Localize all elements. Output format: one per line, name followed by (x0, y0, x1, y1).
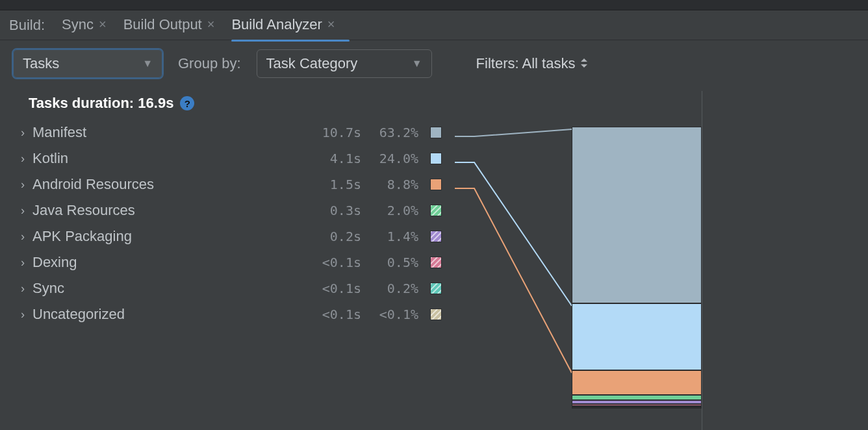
color-swatch (430, 153, 442, 164)
category-name: APK Packaging (32, 228, 305, 245)
tab-sync[interactable]: Sync × (62, 16, 107, 34)
category-percent: 0.5% (363, 255, 418, 270)
category-name: Sync (32, 280, 305, 297)
stack-segment (572, 127, 702, 303)
category-time: 1.5s (305, 177, 361, 192)
category-percent: <0.1% (363, 307, 418, 322)
sort-icon (580, 58, 588, 70)
help-icon[interactable]: ? (180, 96, 194, 110)
chevron-right-icon[interactable]: › (13, 126, 32, 140)
tasks-duration-header: Tasks duration: 16.9s ? (13, 91, 702, 120)
category-time: 0.2s (305, 229, 361, 244)
tasks-duration-label: Tasks duration: 16.9s (29, 95, 173, 112)
category-percent: 1.4% (363, 229, 418, 244)
color-swatch (430, 283, 442, 294)
filters-dropdown[interactable]: Filters: All tasks (476, 55, 589, 72)
category-name: Java Resources (32, 202, 305, 219)
close-icon[interactable]: × (99, 17, 107, 32)
category-time: <0.1s (305, 307, 361, 322)
dropdown-label: Tasks (23, 55, 59, 72)
color-swatch (430, 257, 442, 268)
category-name: Dexing (32, 254, 305, 271)
tab-bar: Build: Sync × Build Output × Build Analy… (0, 10, 868, 40)
color-swatch (430, 179, 442, 190)
category-percent: 2.0% (363, 203, 418, 218)
tab-build-analyzer[interactable]: Build Analyzer × (231, 16, 335, 34)
content: Tasks duration: 16.9s ? ›Manifest10.7s63… (0, 84, 868, 430)
chevron-right-icon[interactable]: › (13, 204, 32, 218)
category-name: Uncategorized (32, 306, 305, 323)
category-time: 4.1s (305, 151, 361, 166)
category-time: <0.1s (305, 281, 361, 296)
left-panel: Tasks duration: 16.9s ? ›Manifest10.7s63… (0, 91, 702, 430)
tab-label: Build Output (123, 16, 202, 33)
chevron-right-icon[interactable]: › (13, 308, 32, 322)
category-name: Android Resources (32, 176, 305, 193)
close-icon[interactable]: × (327, 17, 335, 32)
build-label: Build: (9, 17, 45, 34)
top-strip (0, 0, 868, 10)
chevron-down-icon: ▼ (412, 58, 422, 70)
chevron-right-icon[interactable]: › (13, 282, 32, 296)
category-name: Kotlin (32, 150, 305, 167)
active-tab-underline (231, 40, 349, 42)
toolbar: Tasks ▼ Group by: Task Category ▼ Filter… (0, 40, 868, 84)
category-time: 10.7s (305, 125, 361, 140)
stack-segment (572, 303, 702, 370)
stack-segment (572, 407, 702, 409)
group-by-dropdown[interactable]: Task Category ▼ (257, 49, 432, 78)
category-time: 0.3s (305, 203, 361, 218)
category-time: <0.1s (305, 255, 361, 270)
stacked-bar-chart (572, 127, 702, 406)
color-swatch (430, 231, 442, 242)
chevron-right-icon[interactable]: › (13, 178, 32, 192)
category-percent: 8.8% (363, 177, 418, 192)
tab-build-output[interactable]: Build Output × (123, 16, 215, 34)
close-icon[interactable]: × (207, 17, 215, 32)
chevron-right-icon[interactable]: › (13, 152, 32, 166)
chevron-right-icon[interactable]: › (13, 230, 32, 244)
chevron-right-icon[interactable]: › (13, 256, 32, 270)
filters-label: Filters: All tasks (476, 55, 576, 72)
stack-segment (572, 395, 702, 401)
color-swatch (430, 205, 442, 216)
category-name: Manifest (32, 124, 305, 141)
category-percent: 0.2% (363, 281, 418, 296)
detail-panel (702, 91, 868, 430)
category-percent: 63.2% (363, 125, 418, 140)
color-swatch (430, 127, 442, 138)
tab-label: Sync (62, 16, 94, 33)
color-swatch (430, 309, 442, 320)
dropdown-label: Task Category (266, 55, 358, 72)
stack-segment (572, 370, 702, 395)
view-dropdown[interactable]: Tasks ▼ (13, 49, 162, 78)
chevron-down-icon: ▼ (142, 58, 153, 70)
tab-label: Build Analyzer (231, 16, 322, 33)
category-percent: 24.0% (363, 151, 418, 166)
group-by-label: Group by: (178, 55, 241, 72)
